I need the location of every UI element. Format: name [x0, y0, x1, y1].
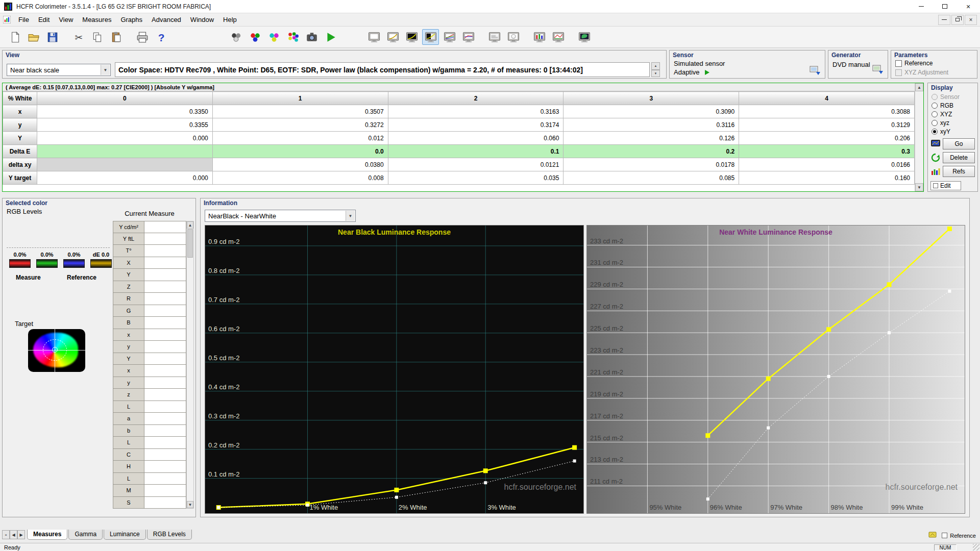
table-cell[interactable]: 0.0178 — [564, 158, 739, 171]
view-multiline-icon[interactable] — [441, 29, 458, 45]
table-scrollbar[interactable]: ▲ ▼ — [915, 83, 923, 191]
scrollbar-track[interactable] — [187, 258, 193, 501]
measure-primaries-icon[interactable] — [247, 29, 263, 45]
mdi-close-button[interactable]: × — [965, 15, 977, 25]
scroll-down-icon[interactable]: ▼ — [915, 183, 923, 191]
menu-item-view[interactable]: View — [54, 14, 78, 26]
column-header-0[interactable]: 0 — [37, 92, 213, 105]
reference-checkbox[interactable]: Reference — [895, 60, 933, 67]
tab-measures[interactable]: Measures — [27, 530, 67, 540]
table-cell[interactable]: 0.3 — [739, 145, 915, 158]
edit-toggle[interactable]: Edit — [930, 181, 961, 190]
measure-value-field[interactable] — [144, 401, 186, 413]
generator-settings-icon[interactable] — [872, 65, 885, 77]
close-button[interactable]: × — [957, 0, 980, 13]
go-button[interactable]: Go — [943, 138, 975, 149]
view-nearblack-nearwhite-icon[interactable] — [422, 29, 439, 45]
table-cell[interactable] — [37, 158, 213, 171]
view-plain-icon[interactable] — [365, 29, 382, 45]
menu-item-graphs[interactable]: Graphs — [116, 14, 147, 26]
menu-item-help[interactable]: Help — [218, 14, 241, 26]
column-header-2[interactable]: 2 — [388, 92, 564, 105]
table-cell[interactable]: 0.000 — [37, 132, 213, 145]
measure-value-field[interactable] — [144, 293, 186, 305]
cut-icon[interactable]: ✂ — [70, 29, 87, 45]
row-label-delta-xy[interactable]: delta xy — [3, 158, 37, 171]
table-cell[interactable]: 0.3272 — [212, 118, 388, 132]
menu-item-advanced[interactable]: Advanced — [147, 14, 186, 26]
sensor-settings-icon[interactable] — [810, 66, 822, 78]
menu-item-measures[interactable]: Measures — [78, 14, 116, 26]
column-header-3[interactable]: 3 — [564, 92, 739, 105]
table-cell[interactable]: 0.085 — [564, 171, 739, 185]
measure-value-field[interactable] — [144, 413, 186, 425]
copy-icon[interactable] — [89, 29, 106, 45]
measure-value-field[interactable] — [144, 473, 186, 485]
table-cell[interactable]: 0.0 — [212, 145, 388, 158]
measure-value-field[interactable] — [144, 461, 186, 473]
tab-luminance[interactable]: Luminance — [104, 530, 146, 540]
measure-value-field[interactable] — [144, 221, 186, 233]
table-cell[interactable]: 0.0121 — [388, 158, 564, 171]
table-cell[interactable]: 0.0380 — [212, 158, 388, 171]
measure-value-field[interactable] — [144, 305, 186, 317]
table-cell[interactable]: 0.3129 — [739, 118, 915, 132]
save-file-icon[interactable] — [44, 29, 61, 45]
scale-selector[interactable]: Near black scale ▼ — [7, 64, 111, 76]
new-document-icon[interactable] — [6, 29, 23, 45]
view-rgb-histogram-icon[interactable] — [531, 29, 548, 45]
mdi-restore-button[interactable] — [951, 15, 964, 25]
measure-value-field[interactable] — [144, 257, 186, 269]
measure-value-field[interactable] — [144, 449, 186, 461]
help-icon[interactable]: ? — [153, 29, 169, 45]
mdi-minimize-button[interactable] — [938, 15, 950, 25]
capture-image-icon[interactable] — [303, 29, 320, 45]
measure-value-field[interactable] — [144, 317, 186, 329]
table-cell[interactable]: 0.3355 — [37, 118, 213, 132]
row-label-x[interactable]: x — [3, 105, 37, 118]
row-label-y-target[interactable]: Y target — [3, 171, 37, 185]
measure-value-field[interactable] — [144, 353, 186, 365]
measure-value-field[interactable] — [144, 497, 186, 509]
table-cell[interactable]: 0.3350 — [37, 105, 213, 118]
measure-value-field[interactable] — [144, 329, 186, 341]
info-spinner[interactable]: ▲▼ — [651, 62, 660, 77]
table-cell[interactable]: 0.1 — [388, 145, 564, 158]
table-cell[interactable]: 0.060 — [388, 132, 564, 145]
table-cell[interactable]: 0.3163 — [388, 105, 564, 118]
view-gamma-icon[interactable] — [384, 29, 401, 45]
document-icon[interactable] — [3, 16, 11, 23]
measure-value-field[interactable] — [144, 377, 186, 389]
view-cie-icon[interactable] — [576, 29, 593, 45]
table-cell[interactable]: 0.3507 — [212, 105, 388, 118]
column-header-1[interactable]: 1 — [212, 92, 388, 105]
measure-free-icon[interactable] — [284, 29, 301, 45]
measure-table-scrollbar[interactable]: ▲ ▼ — [186, 221, 194, 509]
tab-scroll-left-icon[interactable]: ◀ — [10, 530, 17, 539]
table-cell[interactable]: 0.008 — [212, 171, 388, 185]
table-cell[interactable]: 0.3090 — [564, 105, 739, 118]
measure-value-field[interactable] — [144, 245, 186, 257]
display-option-xyz[interactable]: xyz — [932, 118, 960, 127]
menu-item-edit[interactable]: Edit — [34, 14, 54, 26]
display-option-xyy[interactable]: xyY — [932, 127, 960, 136]
tab-gamma[interactable]: Gamma — [68, 530, 103, 540]
scroll-up-icon[interactable]: ▲ — [187, 221, 193, 229]
information-view-selector[interactable]: NearBlack - NearWhite ▼ — [205, 210, 356, 222]
measure-value-field[interactable] — [144, 389, 186, 401]
scroll-up-icon[interactable]: ▲ — [915, 83, 923, 91]
tab-scroll-right-icon[interactable]: ▶ — [17, 530, 25, 539]
view-gamma-black-icon[interactable] — [403, 29, 420, 45]
table-cell[interactable]: 0.035 — [388, 171, 564, 185]
table-cell[interactable]: 0.2 — [564, 145, 739, 158]
measure-value-field[interactable] — [144, 281, 186, 293]
display-option-rgb[interactable]: RGB — [932, 101, 960, 110]
reference-display-checkbox[interactable]: Reference — [942, 533, 976, 539]
row-label-delta-e[interactable]: Delta E — [3, 145, 37, 158]
scroll-down-icon[interactable]: ▼ — [187, 501, 193, 508]
row-label-y[interactable]: Y — [3, 132, 37, 145]
refs-button[interactable]: Refs — [943, 166, 975, 177]
measure-value-field[interactable] — [144, 365, 186, 377]
open-file-icon[interactable] — [25, 29, 42, 45]
display-option-xyz[interactable]: XYZ — [932, 110, 960, 118]
